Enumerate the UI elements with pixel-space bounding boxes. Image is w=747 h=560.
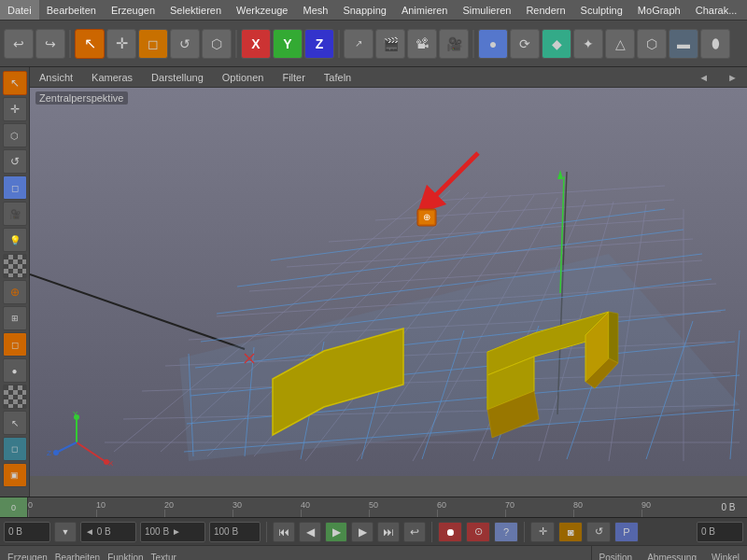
timeline[interactable]: 0 0102030405060708090100 0 B [0, 497, 747, 517]
prev-frame-btn[interactable]: ◀ [299, 522, 321, 542]
rotate-button[interactable]: ↺ [170, 29, 200, 59]
svg-text:X: X [108, 459, 114, 468]
timeline-label-10: 10 [96, 500, 106, 510]
add-button[interactable]: ✛ [106, 29, 136, 59]
left-select-btn[interactable]: ↖ [3, 71, 27, 95]
star-btn[interactable]: ✦ [573, 29, 603, 59]
rotate2-btn[interactable]: ⟳ [510, 29, 540, 59]
bottom-winkel: Winkel [712, 553, 740, 560]
timeline-label-50: 50 [369, 500, 378, 510]
skip-start-btn[interactable]: ⏮ [273, 522, 295, 542]
play-btn[interactable]: ▶ [325, 522, 347, 542]
y-axis-button[interactable]: Y [273, 29, 303, 59]
sphere-btn[interactable]: ● [478, 29, 508, 59]
transport-sep-2 [431, 522, 432, 542]
left-toolbar: ↖ ✛ ⬡ ↺ ◻ 🎥 💡 ⊕ ⊞ ◻ ● ↖ ◻ ▣ [0, 67, 30, 497]
timeline-label-90: 90 [641, 500, 651, 510]
bottom-textur[interactable]: Textur [151, 553, 176, 560]
pill-btn[interactable]: ⬮ [700, 29, 730, 59]
svg-marker-48 [609, 312, 618, 363]
vp-tab-darstellung[interactable]: Darstellung [148, 72, 207, 83]
menu-selektieren[interactable]: Selektieren [162, 0, 229, 20]
viewport-container: ↖ ✛ ⬡ ↺ ◻ 🎥 💡 ⊕ ⊞ ◻ ● ↖ ◻ ▣ Ansicht Kame… [0, 67, 747, 497]
vp-tab-kameras[interactable]: Kameras [88, 72, 136, 83]
help-btn[interactable]: ? [494, 522, 518, 542]
menu-datei[interactable]: Datei [0, 0, 39, 20]
redo-button[interactable]: ↪ [35, 29, 65, 59]
tri-btn[interactable]: △ [605, 29, 635, 59]
left-cam-btn[interactable]: 🎥 [3, 202, 27, 226]
vp-tab-filter[interactable]: Filter [278, 72, 308, 83]
bottom-bearbeiten[interactable]: Bearbeiten [55, 553, 100, 560]
skip-end-btn[interactable]: ⏭ [377, 522, 400, 542]
film3-button[interactable]: 🎥 [439, 29, 469, 59]
undo-button[interactable]: ↩ [4, 29, 34, 59]
loop-btn[interactable]: ↩ [403, 522, 426, 542]
vp-tab-optionen[interactable]: Optionen [218, 72, 268, 83]
x-axis-button[interactable]: X [241, 29, 271, 59]
left-obj2-btn[interactable]: ▣ [3, 463, 27, 487]
left-obj-btn[interactable]: ◻ [3, 175, 27, 200]
timeline-ruler[interactable]: 0102030405060708090100 [28, 497, 710, 517]
menu-animieren[interactable]: Animieren [394, 0, 456, 20]
select-tool-button[interactable]: ↖ [75, 29, 105, 59]
left-scale-btn[interactable]: ⬡ [3, 123, 27, 147]
svg-point-65 [53, 450, 59, 455]
left-arrow-btn[interactable]: ↖ [3, 411, 27, 435]
menu-charak[interactable]: Charak... [688, 0, 745, 20]
left-box-btn[interactable]: ◻ [3, 332, 27, 357]
bottom-funktion[interactable]: Funktion [107, 553, 143, 560]
gem-btn[interactable]: ◆ [542, 29, 571, 59]
left-grid-btn[interactable]: ⊞ [3, 306, 27, 330]
left-checkered2-btn[interactable] [3, 385, 27, 409]
left-cube-btn[interactable]: ◻ [3, 437, 27, 461]
next-frame-btn[interactable]: ▶ [351, 522, 374, 542]
loop2-btn[interactable]: ↺ [586, 522, 611, 542]
menu-erzeugen[interactable]: Erzeugen [104, 0, 162, 20]
menu-mograph[interactable]: MoGraph [630, 0, 688, 20]
vp-tab-tafeln[interactable]: Tafeln [320, 72, 355, 83]
left-magnet-btn[interactable]: ⊕ [3, 280, 27, 304]
bottom-abmessung: Abmessung [647, 553, 697, 560]
left-move-btn[interactable]: ✛ [3, 97, 27, 121]
film2-button[interactable]: 📽 [407, 29, 437, 59]
record-btn[interactable]: ⏺ [438, 522, 462, 542]
bottom-erzeugen[interactable]: Erzeugen [7, 553, 48, 560]
timeline-label-30: 30 [233, 500, 242, 510]
frame-field4: 100 B [209, 522, 261, 542]
viewport[interactable]: Ansicht Kameras Darstellung Optionen Fil… [30, 67, 747, 497]
vp-nav-right[interactable]: ► [724, 72, 741, 83]
hex-btn[interactable]: ⬡ [637, 29, 667, 59]
vp-tab-ansicht[interactable]: Ansicht [35, 72, 77, 83]
left-rotate-btn[interactable]: ↺ [3, 149, 27, 174]
shape-button[interactable]: ◻ [138, 29, 168, 59]
rect-btn[interactable]: ▬ [669, 29, 698, 59]
auto-key-btn[interactable]: ⊙ [466, 522, 490, 542]
toolbar: ↩ ↪ ↖ ✛ ◻ ↺ ⬡ X Y Z ↗ 🎬 📽 🎥 ● ⟳ ◆ ✦ △ ⬡ … [0, 21, 747, 67]
menu-rendern[interactable]: Rendern [518, 0, 572, 20]
scale-button[interactable]: ⬡ [202, 29, 232, 59]
vp-nav-left[interactable]: ◄ [695, 72, 712, 83]
z-axis-button[interactable]: Z [304, 29, 334, 59]
left-sphere2-btn[interactable]: ● [3, 358, 27, 383]
timeline-label-80: 80 [573, 500, 583, 510]
menu-bearbeiten[interactable]: Bearbeiten [39, 0, 104, 20]
film1-button[interactable]: 🎬 [375, 29, 405, 59]
record2-btn[interactable]: ◙ [558, 522, 583, 542]
menu-snapping[interactable]: Snapping [335, 0, 394, 20]
menu-sculpting[interactable]: Sculpting [573, 0, 630, 20]
lock-btn[interactable]: P [614, 522, 639, 542]
viewport-tabs: Ansicht Kameras Darstellung Optionen Fil… [30, 67, 747, 88]
menu-werkzeuge[interactable]: Werkzeuge [229, 0, 295, 20]
menu-mesh[interactable]: Mesh [295, 0, 335, 20]
arrow-down-btn[interactable]: ▼ [54, 522, 77, 542]
viewport-3d-scene: ⊕ X Y Z [30, 88, 747, 476]
bottom-left-section: Erzeugen Bearbeiten Funktion Textur [0, 546, 592, 560]
menu-simulieren[interactable]: Simulieren [455, 0, 518, 20]
toolbar-sep-4 [472, 30, 474, 58]
move-icon-btn[interactable]: ✛ [530, 522, 555, 542]
left-light-btn[interactable]: 💡 [3, 228, 27, 252]
left-checkered-btn[interactable] [3, 254, 27, 278]
canvas-area[interactable]: Zentralperspektive [30, 88, 747, 476]
coord-button[interactable]: ↗ [344, 29, 374, 59]
